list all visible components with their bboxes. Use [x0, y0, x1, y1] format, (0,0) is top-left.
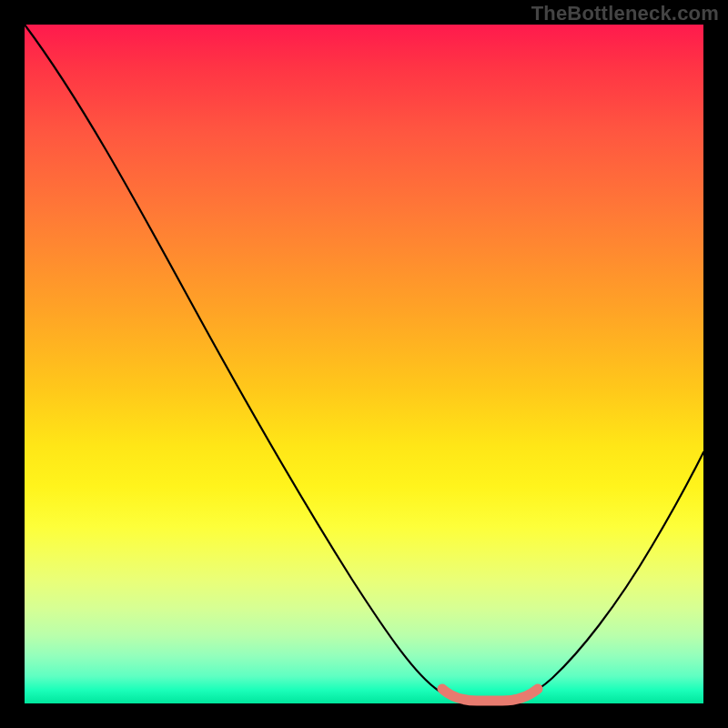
curve-svg: [25, 25, 703, 703]
plot-area: [25, 25, 703, 703]
bottleneck-curve-line: [25, 25, 703, 701]
chart-frame: TheBottleneck.com: [0, 0, 728, 728]
minimum-marker: [442, 689, 538, 701]
watermark-text: TheBottleneck.com: [531, 2, 719, 25]
